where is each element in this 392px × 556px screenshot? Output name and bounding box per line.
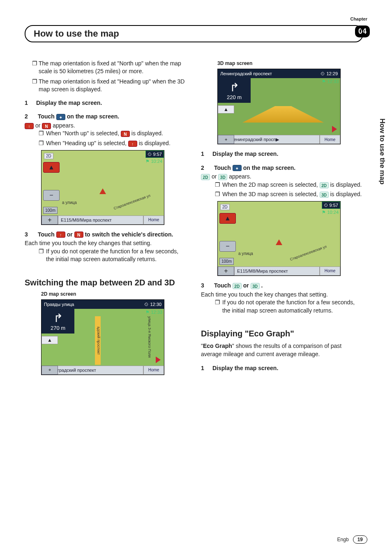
caption-2d: 2D map screen: [41, 291, 187, 297]
map-eta: ⚑ 10:24: [144, 158, 164, 165]
paragraph: "Eco Graph" shows the results of a compa…: [201, 342, 363, 358]
text: is displayed.: [330, 181, 362, 188]
map-street-label: а улица: [238, 251, 253, 256]
turn-distance: 220 m: [227, 94, 242, 100]
destination-arrow-icon: [332, 126, 337, 132]
map-clock: ⏲ 12:30: [144, 302, 161, 307]
side-tab: How to use the map: [376, 115, 388, 188]
north-up-icon: N: [74, 232, 83, 238]
map-eta: ⚑ 10:24: [320, 209, 340, 216]
home-button[interactable]: Home: [143, 215, 164, 225]
page-title-row: How to use the map: [25, 25, 363, 42]
map-eta: ⚑ 12:33: [144, 309, 164, 316]
2d-icon: 2D: [201, 174, 210, 180]
text: or: [35, 122, 40, 129]
text: When "North up" is selected,: [46, 130, 119, 137]
map-screenshot-2d: Правды улица ⏲ 12:30 ⚑ 12:33 ↱ 270 m ▲ а…: [41, 299, 187, 375]
home-button[interactable]: Home: [320, 266, 340, 276]
step-text: Display the map screen.: [212, 365, 278, 371]
map-clock: ⏲ 12:29: [321, 71, 338, 76]
map-street-label: а улица: [62, 200, 77, 205]
step-1: 1Display the map screen.: [201, 150, 363, 158]
text: When the 2D map screen is selected,: [222, 181, 318, 188]
bullet-text: The map orientation is fixed at "Heading…: [39, 78, 187, 93]
north-up-icon: N: [121, 131, 130, 137]
caption-3d: 3D map screen: [217, 60, 363, 66]
current-road: E115/М8/Мира проспект: [234, 266, 320, 276]
heading-up-icon: ↑: [56, 232, 65, 238]
home-button[interactable]: Home: [143, 366, 164, 375]
compass-button[interactable]: ⌖: [42, 366, 58, 375]
bullet-text: The map orientation is fixed at "North u…: [39, 60, 187, 75]
step-text: Touch: [214, 164, 231, 171]
step-2: 2 Touch ⌖ on the map screen.: [201, 164, 363, 172]
vehicle-icon: [276, 239, 282, 245]
heading-up-icon: ↑: [128, 141, 137, 147]
home-button[interactable]: Home: [320, 135, 340, 144]
appears-line: ↑ or N appears.: [25, 122, 187, 130]
3d-icon: 3D: [320, 192, 329, 198]
map-street-label: Староалексеевская ул: [113, 193, 151, 211]
right-column: 3D map screen Ленинградский проспект ⏲ 1…: [201, 59, 363, 375]
bullet-item: ❐The map orientation is fixed at "North …: [32, 60, 187, 75]
step-text: to switch the vehicle's direction.: [85, 231, 173, 238]
map-screenshot-1: 2D ⏲ 9:57 ⚑ 10:24 ▲ − 100m а улица Старо…: [41, 150, 187, 225]
step-3: 3 Touch ↑ or N to switch the vehicle's d…: [25, 231, 187, 239]
paragraph: Each time you touch the key changes that…: [201, 291, 363, 299]
step-3: 3 Touch 2D or 3D .: [201, 282, 363, 290]
map-road-label: улица 3-я Ямского Поля: [148, 316, 152, 365]
step-text: on the map screen.: [67, 113, 120, 120]
text: appears.: [53, 122, 75, 129]
paragraph: Each time you touch the key changes that…: [25, 239, 187, 248]
text: If you do not operate the function for a…: [222, 299, 363, 315]
step-1: 1Display the map screen.: [25, 99, 187, 107]
sub-bullet: ❐If you do not operate the function for …: [39, 248, 187, 264]
zoom-in-button[interactable]: +: [218, 266, 234, 276]
text: or: [212, 173, 217, 180]
compass-icon: ⌖: [56, 114, 65, 120]
sub-bullet: ❐ When "North up" is selected, N is disp…: [39, 130, 187, 138]
map-clock: ⏲ 9:57: [145, 151, 164, 158]
map-road-label: адский проспект: [95, 316, 101, 365]
eco-button[interactable]: ▲: [218, 105, 234, 114]
text: or: [243, 282, 249, 289]
bullet-item: ❐The map orientation is fixed at "Headin…: [32, 78, 187, 93]
zoom-out-button[interactable]: −: [219, 241, 236, 252]
compass-button[interactable]: ⌖: [218, 135, 234, 144]
map-clock: ⏲ 9:57: [322, 202, 340, 209]
turn-panel: ↱ 220 m: [218, 78, 251, 103]
map-top-road: Правды улица: [44, 302, 74, 307]
text: When "Heading up" is selected,: [46, 140, 127, 146]
text: When the 3D map screen is selected,: [222, 191, 318, 197]
map-mode-badge: 2D: [44, 153, 53, 159]
sub-bullet: ❐ When the 3D map screen is selected, 3D…: [215, 190, 363, 199]
text: If you do not operate the function for a…: [46, 248, 187, 264]
text: is displayed.: [131, 130, 163, 137]
map-scale: 100m: [43, 207, 58, 214]
direction-button[interactable]: ▲: [43, 162, 60, 173]
map-eta: ⚑ 12:33: [320, 78, 340, 85]
compass-icon: ⌖: [233, 165, 242, 171]
heading-up-icon: ↑: [25, 123, 34, 129]
step-text: Touch: [38, 231, 55, 238]
step-1: 1Display the map screen.: [201, 364, 363, 373]
eco-button[interactable]: ▲: [42, 336, 58, 344]
subheading-2d3d: Switching the map between 2D and 3D: [25, 278, 187, 288]
zoom-in-button[interactable]: +: [42, 215, 58, 225]
step-2: 2 Touch ⌖ on the map screen.: [25, 113, 187, 121]
map-street-label: Староалексеевская ул: [290, 244, 327, 262]
sub-bullet: ❐If you do not operate the function for …: [215, 299, 363, 315]
page-title: How to use the map: [34, 28, 354, 39]
chapter-label: Chapter: [350, 16, 367, 21]
2d-icon: 2D: [320, 182, 329, 188]
zoom-out-button[interactable]: −: [43, 190, 60, 201]
map-mode-badge: 2D: [220, 204, 230, 210]
text: is displayed.: [139, 140, 171, 146]
direction-button[interactable]: ▲: [219, 213, 236, 224]
appears-line: 2D or 3D appears.: [201, 173, 363, 181]
subheading-eco: Displaying "Eco Graph": [201, 329, 363, 339]
current-road: E115/М8/Мира проспект: [58, 215, 143, 225]
text: is displayed.: [330, 191, 362, 197]
turn-panel: ↱ 270 m: [42, 309, 74, 334]
text: appears.: [229, 173, 251, 180]
